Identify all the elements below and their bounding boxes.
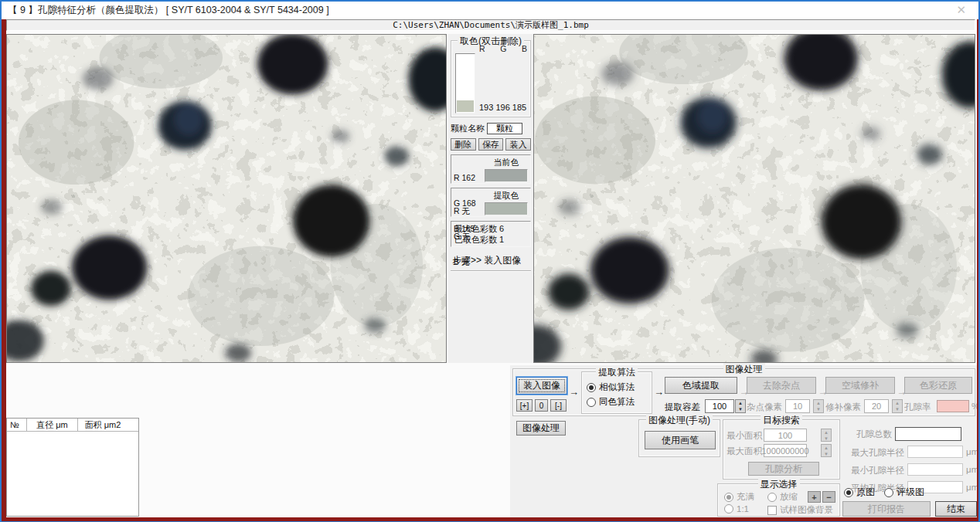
zoom-minus-button[interactable]: [-] [550, 399, 567, 412]
unit-um: μm [966, 447, 977, 456]
spinner-up-icon[interactable]: ▲ [822, 445, 831, 451]
radio-zoom[interactable]: 放缩 [767, 491, 798, 503]
min-area-value[interactable]: 100 [764, 429, 807, 442]
thin-section-image-right[interactable] [534, 35, 975, 362]
radio-icon [724, 504, 733, 514]
checkbox-sample-background[interactable]: 试样图像背景 [767, 504, 833, 516]
zoom-reset-button[interactable]: 0 [535, 399, 548, 412]
col-b: B [522, 44, 527, 53]
radio-icon [767, 493, 777, 502]
load-color-button[interactable]: 装入 [505, 138, 531, 151]
window-content: C:\Users\ZHAN\Documents\演示版样图_1.bmp 取色(双… [2, 19, 978, 521]
working-image-view[interactable] [533, 34, 975, 363]
spinner-up-icon[interactable]: ▲ [893, 400, 902, 406]
zoom-in-button[interactable]: + [808, 491, 821, 503]
close-icon[interactable]: ✕ [950, 3, 972, 17]
porosity-unit: % [971, 402, 977, 411]
save-color-button[interactable]: 保存 [478, 138, 504, 151]
app-window: 【 9 】孔隙特征分析（颜色提取法） [ SY/T 6103-2004 & SY… [0, 0, 980, 522]
spinner-down-icon[interactable]: ▼ [736, 406, 745, 412]
radio-label: 1:1 [737, 504, 749, 514]
color-restore-button[interactable]: 色彩还原 [904, 377, 972, 394]
algorithm-group-label: 提取算法 [596, 366, 638, 379]
remove-noise-button[interactable]: 去除杂点 [747, 377, 816, 394]
radio-fill[interactable]: 充满 [724, 491, 754, 503]
radio-label: 相似算法 [599, 381, 635, 393]
repair-pixels-label: 修补像素 [825, 402, 861, 413]
max-area-value[interactable]: 1000000000 [764, 444, 807, 457]
spinner-down-icon[interactable]: ▼ [822, 451, 831, 457]
max-radius-field[interactable] [907, 446, 963, 458]
manual-processing-group: 图像处理(手动) 使用画笔 [638, 419, 720, 457]
noise-pixels-spinner[interactable]: 10 ▲▼ [785, 399, 824, 413]
target-search-label: 目标搜索 [761, 414, 802, 427]
tolerance-value[interactable]: 100 [705, 399, 734, 413]
min-area-spinner[interactable]: 100 [764, 429, 807, 442]
delete-color-button[interactable]: 删除 [451, 138, 476, 151]
max-area-label: 最大面积 [726, 446, 762, 457]
radio-original-image[interactable]: 原图 [844, 486, 875, 499]
zoom-out-button[interactable]: − [822, 491, 835, 503]
picked-colors-group: 取色(双击删除) R G B 193 196 185 [451, 40, 531, 117]
radio-label: 充满 [737, 491, 754, 503]
picked-color-swatch[interactable] [457, 100, 474, 112]
radio-label: 评级图 [897, 486, 924, 499]
radio-icon [587, 398, 596, 407]
target-search-group: 目标搜索 最小面积 100 ▲▼ 最大面积 1000000000 ▲▼ 孔隙分析 [723, 419, 840, 480]
load-image-button[interactable]: 装入图像 [516, 377, 567, 395]
current-color-title: 当前色 [485, 157, 528, 168]
spinner-up-icon[interactable]: ▲ [822, 429, 831, 436]
max-radius-label: 最大孔隙半径 [842, 447, 904, 459]
porosity-value-field[interactable] [937, 400, 969, 412]
radio-label: 原图 [856, 486, 875, 499]
picked-color-listbox[interactable] [455, 53, 475, 114]
grain-name-input[interactable] [487, 123, 522, 134]
noise-pixels-value[interactable]: 10 [785, 399, 810, 413]
grain-name-label: 颗粒名称 [451, 123, 485, 134]
use-brush-button[interactable]: 使用画笔 [645, 431, 716, 449]
min-area-spin-buttons[interactable]: ▲▼ [821, 429, 832, 442]
repair-pixels-spinner[interactable]: 20 ▲▼ [864, 399, 903, 413]
spinner-down-icon[interactable]: ▼ [814, 406, 823, 412]
spinner-up-icon[interactable]: ▲ [736, 400, 745, 406]
tolerance-spinner[interactable]: 100 ▲▼ [705, 399, 746, 413]
unit-um: μm [966, 465, 977, 474]
max-area-spinner[interactable]: 1000000000 [764, 444, 807, 457]
min-area-label: 最小面积 [726, 430, 762, 442]
radio-icon [844, 488, 853, 497]
current-r: R 162 [454, 174, 485, 182]
step-hint: 步骤>> 装入图像 [451, 254, 531, 267]
thin-section-image-left[interactable] [7, 35, 446, 362]
unit-um: μm [966, 483, 977, 492]
radio-similar-algorithm[interactable]: 相似算法 [587, 381, 635, 393]
print-report-button[interactable]: 打印报告 [842, 501, 931, 517]
manual-processing-label: 图像处理(手动) [646, 414, 713, 427]
radio-label: 放缩 [780, 491, 798, 503]
zoom-plus-button[interactable]: [+] [516, 399, 533, 412]
file-path-bar: C:\Users\ZHAN\Documents\演示版样图_1.bmp [6, 19, 975, 31]
repair-pixels-value[interactable]: 20 [864, 399, 889, 413]
tolerance-label: 提取容差 [665, 402, 700, 413]
gamut-extract-button[interactable]: 色域提取 [665, 377, 737, 394]
spinner-down-icon[interactable]: ▼ [822, 436, 831, 442]
image-process-button[interactable]: 图像处理 [516, 421, 566, 436]
spinner-down-icon[interactable]: ▼ [893, 406, 902, 412]
pore-total-field[interactable] [895, 427, 961, 441]
noise-pixels-label: 杂点像素 [747, 402, 782, 413]
pore-analysis-button[interactable]: 孔隙分析 [748, 462, 819, 476]
end-button[interactable]: 结束 [935, 501, 977, 517]
min-radius-field[interactable] [907, 463, 963, 476]
radio-graded-image[interactable]: 评级图 [884, 486, 924, 499]
extract-color-panel: R 无 G 无 B 无 提取色 [451, 188, 531, 217]
checkbox-label: 试样图像背景 [780, 504, 833, 516]
radio-one-to-one[interactable]: 1:1 [724, 504, 749, 514]
image-processing-group-label: 图像处理 [723, 363, 765, 376]
extract-color-title: 提取色 [485, 190, 528, 202]
spatial-repair-button[interactable]: 空域修补 [825, 377, 895, 394]
pore-table[interactable]: № 直径 μm 面积 μm2 [6, 418, 139, 517]
radio-same-color-algorithm[interactable]: 同色算法 [587, 396, 635, 408]
spinner-up-icon[interactable]: ▲ [814, 400, 823, 406]
header-area: 面积 μm2 [78, 419, 128, 431]
source-image-view[interactable] [6, 34, 447, 363]
max-area-spin-buttons[interactable]: ▲▼ [821, 444, 832, 457]
